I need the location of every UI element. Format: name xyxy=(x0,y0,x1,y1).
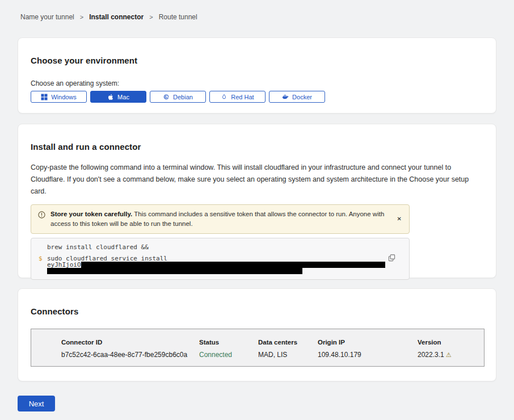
command-line-1: brew install cloudflared && xyxy=(47,243,149,251)
alert-circle-icon xyxy=(38,211,45,219)
origin-ip-value: 109.48.10.179 xyxy=(318,351,418,359)
debian-icon xyxy=(163,94,170,100)
connectors-card: Connectors Connector ID Status Data cent… xyxy=(18,288,496,381)
os-button-label: Mac xyxy=(117,94,129,100)
os-button-label: Debian xyxy=(173,94,193,100)
shell-prompt: $ xyxy=(39,255,47,262)
os-button-mac[interactable]: Mac xyxy=(90,91,146,103)
breadcrumb: Name your tunnel > Install connector > R… xyxy=(20,13,197,21)
warning-triangle-icon: ⚠ xyxy=(446,351,452,358)
copy-icon xyxy=(388,254,395,263)
breadcrumb-name-your-tunnel[interactable]: Name your tunnel xyxy=(20,13,74,21)
column-data-centers: Data centers xyxy=(258,339,318,346)
close-icon[interactable]: ✕ xyxy=(397,216,402,222)
os-button-redhat[interactable]: Red Hat xyxy=(209,91,266,103)
next-button[interactable]: Next xyxy=(18,396,55,411)
copy-command-button[interactable] xyxy=(388,254,395,263)
connectors-table-header: Connector ID Status Data centers Origin … xyxy=(61,339,484,346)
os-select-label: Choose an operating system: xyxy=(31,79,483,87)
data-centers-value: MAD, LIS xyxy=(258,351,318,359)
install-card: Install and run a connector Copy-paste t… xyxy=(18,124,496,278)
os-button-label: Docker xyxy=(292,94,312,100)
column-connector-id: Connector ID xyxy=(61,339,199,346)
apple-icon xyxy=(107,94,114,100)
docker-icon xyxy=(282,94,289,100)
column-status: Status xyxy=(199,339,258,346)
connector-id-value: b7c52c42-6caa-48ee-8c77-fbe259cb6c0a xyxy=(61,351,199,359)
connectors-table: Connector ID Status Data centers Origin … xyxy=(31,329,484,367)
connectors-card-title: Connectors xyxy=(31,306,483,316)
breadcrumb-install-connector[interactable]: Install connector xyxy=(89,13,144,21)
os-button-label: Windows xyxy=(51,94,77,100)
table-row: b7c52c42-6caa-48ee-8c77-fbe259cb6c0a Con… xyxy=(61,351,484,359)
install-description: Copy-paste the following command into a … xyxy=(31,162,482,198)
token-warning-text: Store your token carefully. This command… xyxy=(50,209,390,229)
version-value: 2022.3.1 ⚠ xyxy=(418,351,484,359)
os-button-label: Red Hat xyxy=(231,94,254,100)
token-redaction-bar xyxy=(81,262,385,268)
breadcrumb-separator: > xyxy=(149,14,153,20)
os-button-windows[interactable]: Windows xyxy=(31,91,87,103)
os-button-group: Windows Mac Debian Red Hat xyxy=(31,91,483,103)
os-button-docker[interactable]: Docker xyxy=(269,91,325,103)
install-card-title: Install and run a connector xyxy=(31,142,483,152)
breadcrumb-separator: > xyxy=(80,14,83,20)
os-button-debian[interactable]: Debian xyxy=(150,91,206,103)
token-warning-banner: Store your token carefully. This command… xyxy=(31,204,410,234)
column-origin-ip: Origin IP xyxy=(318,339,418,346)
redhat-icon xyxy=(221,94,227,100)
environment-card: Choose your environment Choose an operat… xyxy=(18,37,496,114)
token-warning-bold: Store your token carefully. xyxy=(50,211,132,217)
status-badge: Connected xyxy=(199,351,258,359)
token-redaction-bar xyxy=(47,268,302,274)
command-code-block[interactable]: brew install cloudflared && $sudo cloudf… xyxy=(31,238,410,280)
breadcrumb-route-tunnel[interactable]: Route tunnel xyxy=(159,13,197,21)
column-version: Version xyxy=(418,339,484,346)
windows-icon xyxy=(41,94,48,100)
environment-card-title: Choose your environment xyxy=(31,56,483,65)
